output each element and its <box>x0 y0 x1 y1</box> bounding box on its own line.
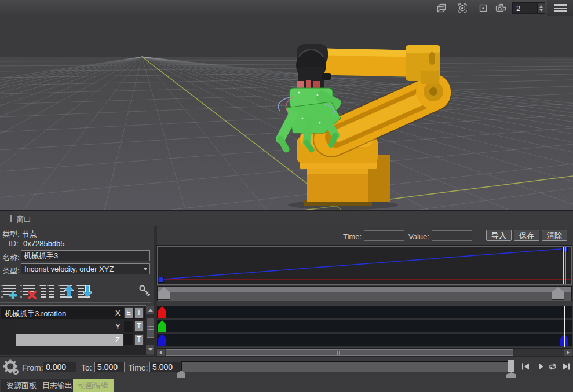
panel-header: 窗口 <box>0 210 573 226</box>
time-field-input[interactable] <box>149 362 181 372</box>
viewport-scene <box>0 16 573 210</box>
key-icon[interactable] <box>138 284 151 297</box>
range-handle-right[interactable] <box>552 287 564 300</box>
camera-icon[interactable] <box>495 2 508 14</box>
sky <box>0 16 573 57</box>
dopesheet-scrollbar[interactable] <box>157 348 572 356</box>
expand-slot-z <box>124 334 133 345</box>
axis-label-x: X <box>115 309 121 317</box>
type-button-z[interactable]: T <box>134 334 144 345</box>
panel-title: 窗口 <box>16 214 31 225</box>
track-row-z-selected[interactable] <box>16 334 123 346</box>
type-button-y[interactable]: T <box>134 321 144 332</box>
axis-label-y: Y <box>115 322 121 331</box>
node-name-input[interactable] <box>21 250 150 261</box>
track-row-x[interactable]: 机械抓手3.rotation <box>1 307 145 319</box>
time-label: Time: <box>343 232 362 241</box>
curve-keyframe[interactable] <box>562 247 567 252</box>
time-field-label: Time: <box>128 363 148 372</box>
transport-bar: From: To: Time: <box>0 356 573 378</box>
range-handle-left[interactable] <box>158 287 170 300</box>
panel-header-grip <box>10 215 12 222</box>
scroll-right-button[interactable] <box>564 349 572 356</box>
point-target-icon[interactable] <box>477 2 489 14</box>
expand-button-x[interactable]: E <box>124 307 133 318</box>
scroll-thumb[interactable] <box>147 318 154 338</box>
interpolation-select-value: Inconst velocity, order XYZ <box>21 265 141 273</box>
chevron-down-icon <box>141 268 149 270</box>
menu-icon[interactable] <box>554 4 567 12</box>
dope-track-y[interactable] <box>157 320 572 332</box>
track-row-y[interactable] <box>16 320 123 332</box>
value-input[interactable] <box>432 230 472 241</box>
count-spinner[interactable] <box>537 3 545 13</box>
axis-label-z: Z <box>115 335 120 344</box>
from-input[interactable] <box>43 362 76 372</box>
viewport-count-field <box>512 2 545 14</box>
move-track-up-icon[interactable] <box>58 283 74 299</box>
interpolation-select[interactable]: Inconst velocity, order XYZ <box>21 263 150 274</box>
dope-track-x[interactable] <box>157 306 572 318</box>
tab-animation-edit[interactable]: 动画编辑 <box>73 379 114 392</box>
skip-to-start-icon[interactable] <box>520 361 531 372</box>
curve-canvas[interactable] <box>158 247 571 284</box>
panel-divider <box>0 302 151 303</box>
node-type-value: 节点 <box>22 229 37 240</box>
add-track-icon[interactable] <box>1 283 17 299</box>
wireframe-cube-icon[interactable] <box>436 2 447 14</box>
skip-to-end-icon[interactable] <box>561 361 571 372</box>
curve-rotation-Z[interactable] <box>158 249 564 280</box>
value-label: Value: <box>408 232 429 241</box>
track-list: 机械抓手3.rotation X E T Y T Z T <box>0 305 146 355</box>
curve-keyframe[interactable] <box>158 277 163 283</box>
play-icon[interactable] <box>535 361 546 372</box>
clear-button[interactable]: 清除 <box>542 230 567 241</box>
to-input[interactable] <box>94 362 125 372</box>
save-button[interactable]: 保存 <box>514 230 539 241</box>
animation-editor-window: 窗口 类型: 节点 ID: 0x7285bdb5 名称: 类型: Inconst… <box>0 0 573 392</box>
duplicate-track-icon[interactable] <box>39 283 56 299</box>
node-id-value: 0x7285bdb5 <box>23 239 65 248</box>
track-list-scrollbar[interactable] <box>146 306 155 354</box>
curve-panel: Time: Value: 导入 保存 清除 <box>157 226 573 356</box>
tab-log-output[interactable]: 日志输出 <box>37 379 78 392</box>
dope-track-z[interactable] <box>157 334 572 346</box>
to-label: To: <box>81 363 92 372</box>
time-input[interactable] <box>364 230 404 241</box>
top-toolbar <box>0 0 573 16</box>
curve-editor[interactable] <box>157 246 572 285</box>
scroll-up-button[interactable] <box>146 306 155 314</box>
viewport-3d[interactable] <box>0 16 573 210</box>
focus-object-icon[interactable] <box>457 2 468 14</box>
dopesheet-time-cursor[interactable] <box>564 306 565 347</box>
delete-track-icon[interactable] <box>20 283 37 299</box>
loop-icon[interactable] <box>547 361 559 372</box>
expand-slot-y <box>124 321 133 332</box>
interp-type-label: 类型: <box>2 266 20 276</box>
track-property-name: 机械抓手3.rotation <box>5 309 66 319</box>
bottom-tab-bar: 资源面板 日志输出 动画编辑 <box>0 378 573 392</box>
timeline-handle[interactable] <box>508 359 515 372</box>
node-type-label: 类型: <box>2 229 20 240</box>
move-track-down-icon[interactable] <box>76 283 93 299</box>
node-id-label: ID: <box>9 239 19 248</box>
type-button-x[interactable]: T <box>134 307 144 318</box>
node-name-label: 名称: <box>2 252 20 263</box>
scroll-left-button[interactable] <box>157 349 165 356</box>
node-panel: 类型: 节点 ID: 0x7285bdb5 名称: 类型: Inconst ve… <box>0 226 154 356</box>
tab-resource-panel[interactable]: 资源面板 <box>1 379 42 392</box>
timeline-slider[interactable] <box>181 361 512 372</box>
scroll-down-button[interactable] <box>146 345 155 354</box>
import-button[interactable]: 导入 <box>486 230 512 241</box>
from-label: From: <box>22 363 43 372</box>
gear-icon[interactable] <box>3 359 19 375</box>
h-scroll-thumb[interactable] <box>166 349 513 356</box>
dopesheet[interactable] <box>157 306 572 347</box>
range-slider[interactable] <box>157 286 572 301</box>
viewport-count-input[interactable] <box>513 3 537 13</box>
